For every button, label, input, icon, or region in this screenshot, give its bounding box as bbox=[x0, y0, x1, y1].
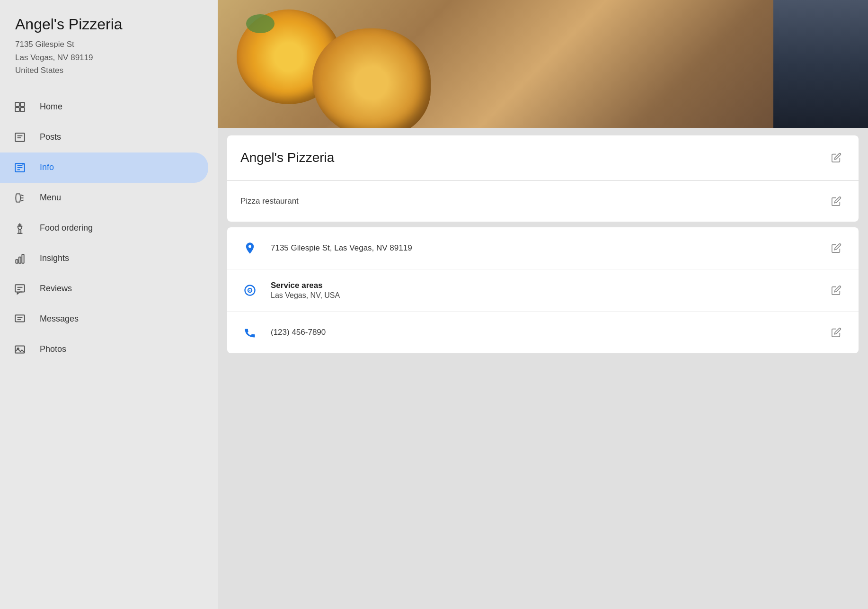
business-name-row: Angel's Pizzeria bbox=[227, 135, 859, 180]
location-icon bbox=[240, 239, 259, 258]
svg-line-15 bbox=[21, 200, 23, 201]
phone-content: (123) 456-7890 bbox=[271, 328, 827, 337]
service-areas-value: Las Vegas, NV, USA bbox=[271, 291, 827, 300]
hero-image-right bbox=[773, 0, 868, 128]
business-name-card: Angel's Pizzeria Pizza restaurant bbox=[227, 135, 859, 222]
business-name-edit-button[interactable] bbox=[827, 149, 845, 167]
svg-rect-20 bbox=[22, 254, 24, 263]
sidebar-item-info[interactable]: Info bbox=[0, 152, 208, 183]
menu-icon bbox=[13, 191, 27, 205]
info-cards-container: Angel's Pizzeria Pizza restaurant bbox=[218, 128, 868, 361]
svg-rect-24 bbox=[15, 315, 25, 322]
sidebar-item-info-label: Info bbox=[40, 162, 54, 172]
business-category-edit-button[interactable] bbox=[827, 192, 845, 210]
phone-text: (123) 456-7890 bbox=[271, 328, 827, 337]
svg-rect-19 bbox=[19, 257, 21, 263]
svg-point-32 bbox=[249, 290, 250, 291]
phone-row: (123) 456-7890 bbox=[227, 312, 859, 353]
sidebar-item-photos-label: Photos bbox=[40, 344, 66, 354]
sidebar-address-line2: Las Vegas, NV 89119 bbox=[15, 51, 203, 64]
sidebar: Angel's Pizzeria 7135 Gilespie St Las Ve… bbox=[0, 0, 218, 609]
info-icon bbox=[13, 161, 27, 174]
svg-rect-16 bbox=[19, 229, 21, 233]
sidebar-business-name: Angel's Pizzeria bbox=[15, 15, 203, 33]
sidebar-item-reviews[interactable]: Reviews bbox=[0, 274, 208, 304]
sidebar-item-insights-label: Insights bbox=[40, 253, 69, 263]
sidebar-item-menu-label: Menu bbox=[40, 193, 61, 203]
main-content: Angel's Pizzeria Pizza restaurant bbox=[218, 0, 868, 609]
hero-image bbox=[218, 0, 868, 128]
sidebar-address: 7135 Gilespie St Las Vegas, NV 89119 Uni… bbox=[15, 38, 203, 77]
messages-icon bbox=[13, 313, 27, 326]
svg-rect-2 bbox=[15, 107, 19, 112]
sidebar-item-home[interactable]: Home bbox=[0, 92, 208, 122]
service-areas-content: Service areas Las Vegas, NV, USA bbox=[271, 281, 827, 300]
svg-rect-21 bbox=[15, 285, 25, 292]
home-icon bbox=[13, 100, 27, 114]
posts-icon bbox=[13, 131, 27, 144]
contact-info-card: 7135 Gilespie St, Las Vegas, NV 89119 bbox=[227, 227, 859, 353]
phone-edit-button[interactable] bbox=[827, 323, 845, 341]
address-edit-button[interactable] bbox=[827, 239, 845, 257]
business-name-text: Angel's Pizzeria bbox=[240, 150, 827, 165]
svg-rect-4 bbox=[15, 133, 25, 141]
service-areas-edit-button[interactable] bbox=[827, 281, 845, 299]
address-text: 7135 Gilespie St, Las Vegas, NV 89119 bbox=[271, 243, 827, 253]
business-category-content: Pizza restaurant bbox=[240, 197, 827, 206]
sidebar-item-messages-label: Messages bbox=[40, 314, 79, 324]
svg-rect-0 bbox=[15, 102, 19, 107]
sidebar-item-food-ordering[interactable]: Food ordering bbox=[0, 213, 208, 243]
pizza-topping-decoration-2 bbox=[331, 38, 355, 54]
phone-icon bbox=[240, 323, 259, 342]
service-areas-icon bbox=[240, 281, 259, 300]
sidebar-item-food-ordering-label: Food ordering bbox=[40, 223, 93, 233]
sidebar-item-menu[interactable]: Menu bbox=[0, 183, 208, 213]
business-category-text: Pizza restaurant bbox=[240, 197, 827, 206]
svg-rect-27 bbox=[15, 346, 25, 353]
sidebar-header: Angel's Pizzeria 7135 Gilespie St Las Ve… bbox=[0, 15, 218, 92]
sidebar-address-line3: United States bbox=[15, 64, 203, 77]
sidebar-address-line1: 7135 Gilespie St bbox=[15, 38, 203, 51]
sidebar-nav: Home Posts bbox=[0, 92, 218, 365]
service-areas-label: Service areas bbox=[271, 281, 827, 290]
sidebar-item-reviews-label: Reviews bbox=[40, 284, 72, 294]
food-ordering-icon bbox=[13, 222, 27, 235]
business-name-content: Angel's Pizzeria bbox=[240, 150, 827, 165]
sidebar-item-photos[interactable]: Photos bbox=[0, 334, 208, 365]
sidebar-item-posts-label: Posts bbox=[40, 132, 61, 142]
address-row: 7135 Gilespie St, Las Vegas, NV 89119 bbox=[227, 227, 859, 269]
svg-line-13 bbox=[21, 195, 23, 196]
sidebar-item-posts[interactable]: Posts bbox=[0, 122, 208, 152]
service-areas-row: Service areas Las Vegas, NV, USA bbox=[227, 269, 859, 312]
sidebar-item-messages[interactable]: Messages bbox=[0, 304, 208, 334]
reviews-icon bbox=[13, 282, 27, 296]
insights-icon bbox=[13, 252, 27, 265]
svg-point-29 bbox=[248, 245, 251, 248]
address-content: 7135 Gilespie St, Las Vegas, NV 89119 bbox=[271, 243, 827, 253]
sidebar-item-insights[interactable]: Insights bbox=[0, 243, 208, 274]
svg-rect-18 bbox=[16, 260, 18, 263]
svg-rect-1 bbox=[20, 102, 25, 107]
business-category-row: Pizza restaurant bbox=[227, 180, 859, 222]
photos-icon bbox=[13, 343, 27, 356]
svg-rect-3 bbox=[20, 107, 25, 112]
pizza-topping-decoration-1 bbox=[246, 14, 275, 33]
sidebar-item-home-label: Home bbox=[40, 102, 62, 112]
